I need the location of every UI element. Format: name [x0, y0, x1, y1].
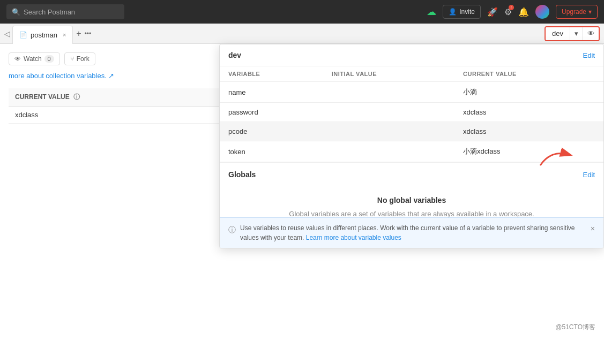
info-close-button[interactable]: × — [591, 223, 595, 234]
env-col-current: CURRENT VALUE — [454, 66, 603, 82]
search-bar[interactable]: 🔍 Search Postman — [6, 4, 124, 19]
info-circle-icon: ⓘ — [228, 224, 236, 236]
invite-button[interactable]: 👤 Invite — [443, 5, 481, 19]
env-edit-link[interactable]: Edit — [583, 51, 595, 59]
info-icon: ⓘ — [73, 93, 80, 101]
tab-bar: ◁ 📄 postman × + ••• dev ▾ 👁 — [0, 24, 604, 44]
env-dropdown-panel: dev Edit VARIABLE INITIAL VALUE CURRENT … — [219, 44, 604, 248]
invite-label: Invite — [459, 8, 475, 16]
watermark: @51CTO博客 — [555, 323, 595, 332]
main-area: 👁 Watch 0 ⑂ Fork more about collection v… — [0, 44, 604, 364]
header-actions: ☁ 👤 Invite 🚀 ⚙ ! 🔔 Upgrade ▾ — [427, 5, 598, 19]
postman-tab[interactable]: 📄 postman × — [12, 26, 73, 44]
initial-value-cell — [323, 141, 454, 162]
search-icon: 🔍 — [12, 8, 20, 16]
sync-icon[interactable]: ☁ — [427, 6, 436, 18]
watch-count: 0 — [44, 55, 54, 63]
env-col-variable: VARIABLE — [220, 66, 323, 82]
arrow-annotation — [535, 139, 578, 173]
tab-close-button[interactable]: × — [63, 32, 66, 38]
watch-label: Watch — [24, 55, 42, 63]
initial-value-cell — [323, 103, 454, 122]
tab-more-button[interactable]: ••• — [85, 30, 92, 37]
gear-icon[interactable]: ⚙ ! — [504, 7, 512, 17]
upgrade-label: Upgrade — [562, 8, 586, 16]
env-selector: dev ▾ 👁 — [545, 26, 600, 41]
var-name-cell: token — [220, 141, 323, 162]
fork-button[interactable]: ⑂ Fork — [64, 52, 95, 65]
add-tab-button[interactable]: + — [76, 29, 81, 39]
upgrade-button[interactable]: Upgrade ▾ — [556, 5, 598, 19]
globals-edit-link[interactable]: Edit — [583, 171, 595, 179]
globals-title: Globals — [228, 170, 256, 179]
sidebar-toggle[interactable]: ◁ — [4, 29, 10, 38]
var-name-cell: name — [220, 82, 323, 103]
info-text: Use variables to reuse values in differe… — [240, 223, 586, 242]
env-name: dev — [546, 27, 570, 40]
globals-empty-title: No global variables — [228, 196, 595, 204]
env-col-initial: INITIAL VALUE — [323, 66, 454, 82]
env-dropdown-button[interactable]: ▾ — [570, 27, 583, 40]
info-learn-more-link[interactable]: Learn more about variable values — [306, 234, 401, 241]
watch-button[interactable]: 👁 Watch 0 — [9, 52, 60, 65]
bell-icon[interactable]: 🔔 — [518, 7, 529, 17]
tab-label: postman — [31, 31, 57, 39]
avatar[interactable] — [535, 5, 549, 19]
current-value-cell: xdclass — [454, 122, 603, 141]
info-bar: ⓘ Use variables to reuse values in diffe… — [220, 217, 603, 248]
notification-badge: ! — [509, 5, 514, 10]
watch-icon: 👁 — [14, 55, 21, 63]
search-placeholder: Search Postman — [24, 8, 75, 16]
current-value-cell: 小滴 — [454, 82, 603, 103]
env-dropdown-title: dev — [228, 51, 241, 59]
app-header: 🔍 Search Postman ☁ 👤 Invite 🚀 ⚙ ! 🔔 Upgr… — [0, 0, 604, 24]
rocket-icon[interactable]: 🚀 — [487, 7, 498, 17]
tab-file-icon: 📄 — [19, 31, 27, 39]
var-name-cell: pcode — [220, 122, 323, 141]
current-value-cell: xdclass — [454, 103, 603, 122]
upgrade-chevron-icon: ▾ — [588, 8, 592, 16]
current-value-cell: 小滴xdclass — [454, 141, 603, 162]
fork-label: Fork — [77, 55, 90, 63]
initial-value-cell — [323, 82, 454, 103]
var-name-cell: password — [220, 103, 323, 122]
table-row: password xdclass — [220, 103, 603, 122]
initial-value-cell — [323, 122, 454, 141]
env-eye-button[interactable]: 👁 — [583, 27, 599, 40]
table-row: name 小滴 — [220, 82, 603, 103]
env-dropdown-header: dev Edit — [220, 44, 603, 66]
fork-icon: ⑂ — [70, 55, 74, 63]
invite-icon: 👤 — [449, 8, 457, 16]
